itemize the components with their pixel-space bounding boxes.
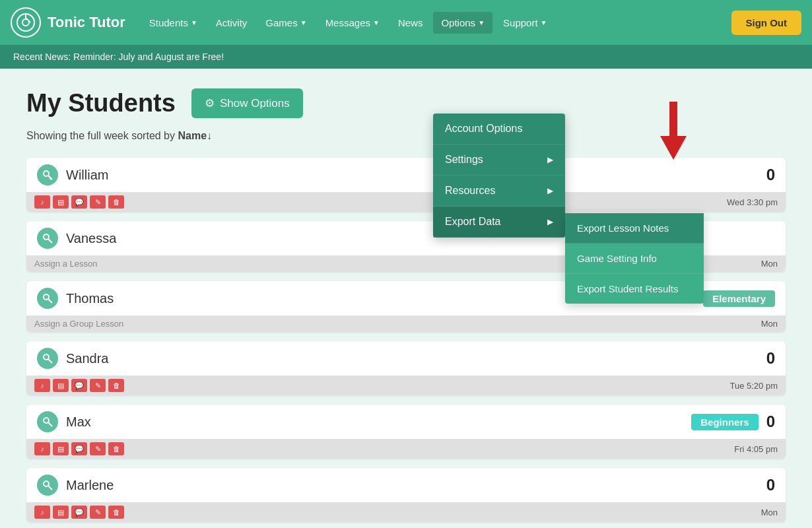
lesson-time: Fri 4:05 pm bbox=[734, 444, 778, 454]
music-icon[interactable]: ♪ bbox=[34, 442, 50, 455]
chat-icon[interactable]: 💬 bbox=[71, 195, 87, 209]
logo-icon bbox=[11, 7, 41, 38]
key-icon bbox=[37, 475, 58, 496]
news-bar: Recent News: Reminder: July and August a… bbox=[0, 45, 812, 69]
nav-activity[interactable]: Activity bbox=[208, 12, 255, 34]
page-header: My Students ⚙ Show Options bbox=[26, 88, 786, 118]
music-icon[interactable]: ♪ bbox=[34, 379, 50, 392]
menu-export-data[interactable]: Export Data ▶ bbox=[433, 207, 565, 238]
submenu-game-setting-info[interactable]: Game Setting Info bbox=[565, 244, 704, 274]
submenu-export-student-results[interactable]: Export Student Results bbox=[565, 274, 704, 304]
edit-icon[interactable]: ✎ bbox=[90, 379, 106, 392]
student-card-sandra: Sandra 0 ♪ ▤ 💬 ✎ 🗑 Tue 5:20 pm bbox=[26, 341, 786, 395]
note-icon[interactable]: ▤ bbox=[53, 379, 69, 392]
note-icon[interactable]: ▤ bbox=[53, 506, 69, 519]
student-score: 0 bbox=[766, 412, 775, 431]
svg-line-12 bbox=[48, 359, 52, 363]
trash-icon[interactable]: 🗑 bbox=[108, 195, 124, 209]
key-icon bbox=[37, 228, 58, 249]
chevron-down-icon: ▼ bbox=[373, 19, 380, 26]
submenu-export-lesson-notes[interactable]: Export Lesson Notes bbox=[565, 213, 704, 244]
trash-icon[interactable]: 🗑 bbox=[108, 506, 124, 519]
nav-options[interactable]: Options ▼ bbox=[433, 12, 492, 34]
chevron-down-icon: ▼ bbox=[191, 19, 197, 26]
student-name: Sandra bbox=[66, 351, 759, 366]
toolbar-icons: ♪ ▤ 💬 ✎ 🗑 bbox=[34, 379, 124, 392]
chevron-down-icon: ▼ bbox=[478, 19, 485, 26]
nav-news[interactable]: News bbox=[390, 12, 431, 34]
chat-icon[interactable]: 💬 bbox=[71, 379, 87, 392]
student-row: Sandra 0 bbox=[26, 341, 786, 376]
lesson-time: Wed 3:30 pm bbox=[727, 197, 778, 207]
toolbar-icons: ♪ ▤ 💬 ✎ 🗑 bbox=[34, 442, 124, 455]
lesson-time: Mon bbox=[761, 259, 778, 269]
assign-group-lesson-label[interactable]: Assign a Group Lesson bbox=[34, 319, 761, 329]
music-icon[interactable]: ♪ bbox=[34, 506, 50, 519]
chevron-right-icon: ▶ bbox=[547, 186, 553, 195]
note-icon[interactable]: ▤ bbox=[53, 442, 69, 455]
student-row: William 0 bbox=[26, 158, 786, 192]
chevron-down-icon: ▼ bbox=[300, 19, 307, 26]
key-icon bbox=[37, 164, 58, 185]
logo[interactable]: Tonic Tutor bbox=[11, 7, 125, 38]
svg-point-7 bbox=[44, 234, 49, 240]
student-score: 0 bbox=[766, 476, 775, 494]
menu-settings[interactable]: Settings ▶ bbox=[433, 145, 565, 176]
menu-account-options[interactable]: Account Options bbox=[433, 114, 565, 145]
menu-resources[interactable]: Resources ▶ bbox=[433, 176, 565, 207]
svg-line-16 bbox=[48, 486, 52, 490]
logo-text: Tonic Tutor bbox=[48, 14, 125, 31]
nav-messages[interactable]: Messages ▼ bbox=[318, 12, 388, 34]
key-icon bbox=[37, 288, 58, 309]
student-name: William bbox=[66, 168, 759, 183]
chat-icon[interactable]: 💬 bbox=[71, 506, 87, 519]
svg-line-8 bbox=[48, 239, 52, 243]
student-toolbar: ♪ ▤ 💬 ✎ 🗑 Fri 4:05 pm bbox=[26, 439, 786, 459]
student-toolbar: ♪ ▤ 💬 ✎ 🗑 Wed 3:30 pm bbox=[26, 192, 786, 212]
student-card-max: Max Beginners 0 ♪ ▤ 💬 ✎ 🗑 Fri 4:05 pm bbox=[26, 405, 786, 459]
edit-icon[interactable]: ✎ bbox=[90, 442, 106, 455]
trash-icon[interactable]: 🗑 bbox=[108, 379, 124, 392]
svg-point-15 bbox=[44, 481, 49, 486]
svg-point-3 bbox=[44, 171, 49, 176]
edit-icon[interactable]: ✎ bbox=[90, 195, 106, 209]
svg-line-10 bbox=[48, 299, 52, 303]
chat-icon[interactable]: 💬 bbox=[71, 442, 87, 455]
chevron-right-icon: ▶ bbox=[547, 217, 553, 226]
svg-line-14 bbox=[48, 422, 52, 426]
student-toolbar: ♪ ▤ 💬 ✎ 🗑 Tue 5:20 pm bbox=[26, 376, 786, 395]
export-submenu: Export Lesson Notes Game Setting Info Ex… bbox=[565, 213, 704, 304]
music-icon[interactable]: ♪ bbox=[34, 195, 50, 209]
svg-point-13 bbox=[44, 418, 49, 423]
student-name: Marlene bbox=[66, 478, 759, 493]
nav-support[interactable]: Support ▼ bbox=[495, 12, 555, 34]
key-icon bbox=[37, 348, 58, 369]
student-card-william: William 0 ♪ ▤ 💬 ✎ 🗑 Wed 3:30 pm bbox=[26, 158, 786, 212]
options-dropdown: Account Options Settings ▶ Resources ▶ E… bbox=[433, 114, 565, 238]
student-row: Max Beginners 0 bbox=[26, 405, 786, 439]
chevron-down-icon: ▼ bbox=[541, 19, 547, 26]
show-options-button[interactable]: ⚙ Show Options bbox=[191, 88, 303, 118]
edit-icon[interactable]: ✎ bbox=[90, 506, 106, 519]
chevron-right-icon: ▶ bbox=[547, 155, 553, 164]
note-icon[interactable]: ▤ bbox=[53, 195, 69, 209]
svg-point-9 bbox=[44, 294, 49, 300]
lesson-time: Tue 5:20 pm bbox=[729, 381, 778, 391]
nav-items: Students ▼ Activity Games ▼ Messages ▼ N… bbox=[141, 12, 731, 34]
toolbar-icons: ♪ ▤ 💬 ✎ 🗑 bbox=[34, 195, 124, 209]
student-name: Max bbox=[66, 414, 683, 430]
student-badge: Beginners bbox=[691, 414, 758, 430]
sort-info: Showing the full week sorted by Name↓ bbox=[26, 130, 786, 142]
student-toolbar: Assign a Group Lesson Mon bbox=[26, 315, 786, 332]
trash-icon[interactable]: 🗑 bbox=[108, 442, 124, 455]
lesson-time: Mon bbox=[761, 508, 778, 517]
student-row: Marlene 0 bbox=[26, 468, 786, 502]
signout-button[interactable]: Sign Out bbox=[731, 11, 802, 35]
svg-point-11 bbox=[44, 354, 49, 360]
toolbar-icons: ♪ ▤ 💬 ✎ 🗑 bbox=[34, 506, 124, 519]
nav-students[interactable]: Students ▼ bbox=[141, 12, 205, 34]
student-score: 0 bbox=[766, 349, 775, 368]
gear-icon: ⚙ bbox=[205, 96, 215, 110]
key-icon bbox=[37, 411, 58, 432]
nav-games[interactable]: Games ▼ bbox=[257, 12, 314, 34]
